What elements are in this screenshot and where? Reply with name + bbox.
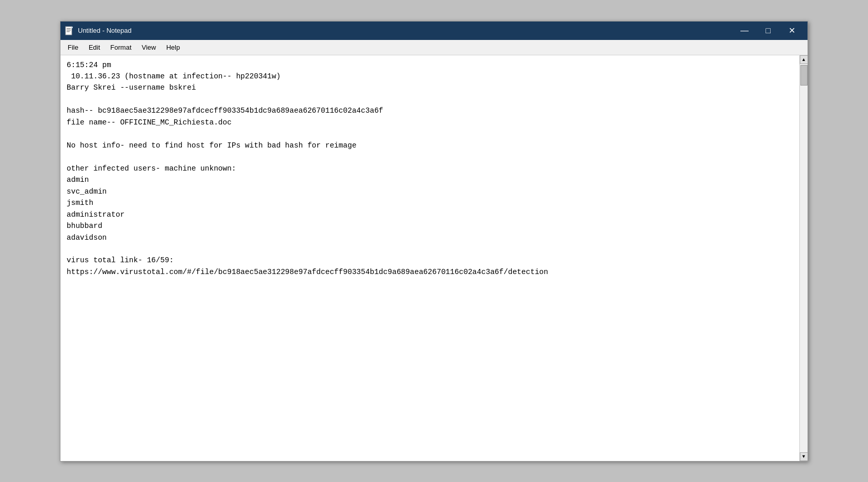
menu-view[interactable]: View <box>137 41 161 53</box>
svg-rect-1 <box>67 28 71 29</box>
scroll-track[interactable] <box>800 64 808 452</box>
svg-rect-0 <box>66 27 72 35</box>
notepad-window: Untitled - Notepad — □ ✕ File Edit Forma… <box>60 21 808 462</box>
svg-rect-3 <box>67 31 70 32</box>
scroll-thumb[interactable] <box>800 65 808 86</box>
svg-rect-4 <box>71 27 73 28</box>
maximize-button[interactable]: □ <box>756 22 780 40</box>
minimize-button[interactable]: — <box>733 22 756 40</box>
menu-file[interactable]: File <box>63 41 84 53</box>
svg-rect-2 <box>67 30 71 31</box>
scroll-down-button[interactable]: ▼ <box>800 452 808 461</box>
window-controls: — □ ✕ <box>733 22 803 40</box>
menu-help[interactable]: Help <box>161 41 185 53</box>
window-title: Untitled - Notepad <box>78 27 733 34</box>
menu-edit[interactable]: Edit <box>84 41 105 53</box>
notepad-icon <box>65 26 74 35</box>
menu-bar: File Edit Format View Help <box>60 40 808 55</box>
close-button[interactable]: ✕ <box>780 22 803 40</box>
text-editor[interactable] <box>60 55 799 461</box>
title-bar: Untitled - Notepad — □ ✕ <box>60 22 808 40</box>
editor-area: ▲ ▼ <box>60 55 808 461</box>
menu-format[interactable]: Format <box>105 41 136 53</box>
scroll-up-button[interactable]: ▲ <box>800 55 808 64</box>
vertical-scrollbar[interactable]: ▲ ▼ <box>799 55 808 461</box>
